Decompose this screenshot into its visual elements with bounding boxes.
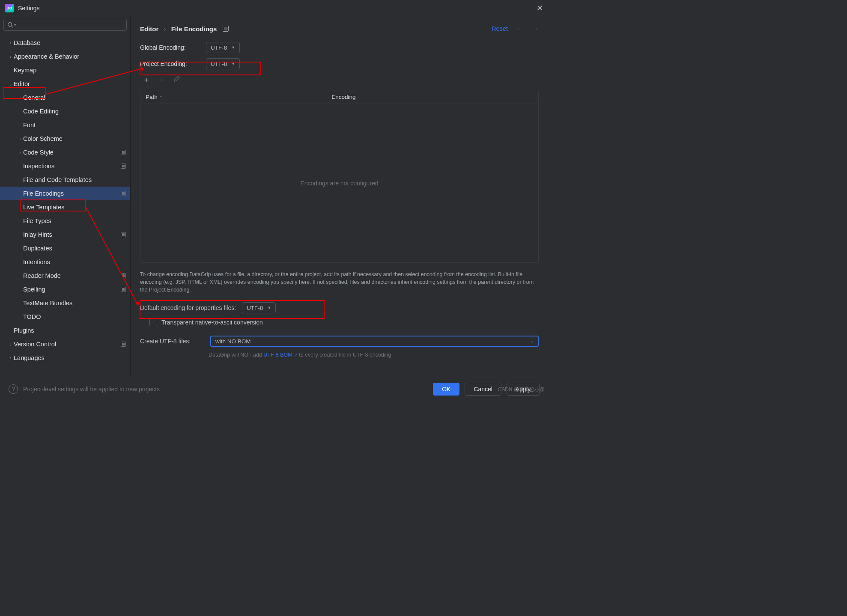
- bom-hint: DataGrip will NOT add UTF-8 BOM ↗ to eve…: [140, 352, 539, 358]
- ok-button[interactable]: OK: [433, 383, 459, 396]
- chevron-right-icon: ›: [17, 95, 23, 100]
- add-icon[interactable]: ＋: [143, 74, 150, 85]
- sidebar-item-editor[interactable]: ⌄Editor: [0, 77, 130, 91]
- sidebar-item-font[interactable]: ›Font: [0, 118, 130, 132]
- sidebar-item-label: General: [23, 94, 126, 101]
- breadcrumb-separator: ›: [164, 25, 166, 33]
- reset-link[interactable]: Reset: [492, 25, 508, 32]
- breadcrumb-root[interactable]: Editor: [140, 25, 158, 33]
- sidebar-item-label: Keymap: [14, 67, 126, 74]
- edit-icon: [173, 75, 180, 84]
- project-encoding-value: UTF-8: [211, 61, 227, 67]
- sidebar-item-color-scheme[interactable]: ›Color Scheme: [0, 132, 130, 146]
- global-encoding-row: Global Encoding: UTF-8 ▼: [140, 42, 539, 53]
- sidebar-item-label: Live Templates: [23, 204, 126, 211]
- sidebar-item-label: Inspections: [23, 163, 121, 170]
- project-level-icon: [121, 232, 126, 237]
- sidebar-item-label: Code Style: [23, 149, 121, 156]
- sidebar-item-languages[interactable]: ›Languages: [0, 351, 130, 365]
- sidebar-item-label: Reader Mode: [23, 272, 121, 279]
- transparent-ascii-label: Transparent native-to-ascii conversion: [161, 319, 263, 326]
- close-icon[interactable]: ✕: [537, 3, 543, 13]
- sidebar-item-label: TODO: [23, 313, 126, 320]
- properties-encoding-dropdown[interactable]: UTF-8 ▼: [242, 302, 276, 313]
- title-bar: DG Settings ✕: [0, 0, 548, 16]
- scheme-box-icon: [223, 26, 229, 32]
- sidebar-item-reader-mode[interactable]: ›Reader Mode: [0, 269, 130, 283]
- column-path[interactable]: Path ^: [140, 90, 326, 104]
- sidebar-item-plugins[interactable]: ›Plugins: [0, 324, 130, 337]
- sidebar-item-textmate-bundles[interactable]: ›TextMate Bundles: [0, 296, 130, 310]
- global-encoding-label: Global Encoding:: [140, 44, 200, 51]
- project-encoding-dropdown[interactable]: UTF-8 ▼: [206, 58, 240, 69]
- sidebar-item-file-and-code-templates[interactable]: ›File and Code Templates: [0, 173, 130, 187]
- settings-tree[interactable]: ›Database›Appearance & Behavior›Keymap⌄E…: [0, 33, 130, 377]
- chevron-right-icon: ›: [8, 342, 14, 347]
- project-level-icon: [121, 287, 126, 292]
- sidebar-item-database[interactable]: ›Database: [0, 36, 130, 50]
- sidebar-item-label: File Types: [23, 217, 126, 224]
- footer-note: Project-level settings will be applied t…: [23, 386, 160, 393]
- sidebar-item-label: Spelling: [23, 286, 121, 293]
- sidebar-item-label: Font: [23, 122, 126, 128]
- cancel-button[interactable]: Cancel: [465, 383, 501, 396]
- sidebar-item-inlay-hints[interactable]: ›Inlay Hints: [0, 228, 130, 241]
- sidebar-item-label: Editor: [14, 80, 126, 87]
- app-icon: DG: [5, 4, 14, 12]
- back-arrow-icon[interactable]: ←: [516, 24, 523, 33]
- sidebar-item-label: TextMate Bundles: [23, 300, 126, 307]
- transparent-ascii-row[interactable]: Transparent native-to-ascii conversion: [140, 318, 539, 326]
- project-level-icon: [121, 164, 126, 169]
- create-utf8-label: Create UTF-8 files:: [140, 338, 204, 345]
- sidebar-item-intentions[interactable]: ›Intentions: [0, 255, 130, 269]
- sidebar-item-label: Inlay Hints: [23, 231, 121, 238]
- create-utf8-row: Create UTF-8 files: with NO BOM ⌄: [140, 336, 539, 347]
- sidebar-item-file-types[interactable]: ›File Types: [0, 214, 130, 228]
- properties-encoding-label: Default encoding for properties files:: [140, 304, 236, 311]
- sidebar-item-live-templates[interactable]: ›Live Templates: [0, 200, 130, 214]
- project-level-icon: [121, 150, 126, 155]
- chevron-right-icon: ›: [8, 54, 14, 59]
- sidebar-item-spelling[interactable]: ›Spelling: [0, 283, 130, 296]
- sidebar-item-label: File Encodings: [23, 190, 121, 197]
- search-input[interactable]: [19, 21, 123, 28]
- column-encoding[interactable]: Encoding: [326, 90, 538, 104]
- sort-asc-icon: ^: [160, 95, 162, 99]
- sidebar-item-file-encodings[interactable]: ›File Encodings: [0, 187, 130, 200]
- chevron-right-icon: ›: [8, 356, 14, 360]
- help-icon[interactable]: ?: [9, 384, 18, 394]
- create-utf8-value: with NO BOM: [215, 338, 251, 345]
- utf8-bom-link[interactable]: UTF-8 BOM: [263, 352, 292, 358]
- encodings-table: Path ^ Encoding Encodings are not config…: [140, 90, 539, 263]
- sidebar-item-inspections[interactable]: ›Inspections: [0, 159, 130, 173]
- sidebar-item-appearance-behavior[interactable]: ›Appearance & Behavior: [0, 50, 130, 63]
- global-encoding-dropdown[interactable]: UTF-8 ▼: [206, 42, 240, 53]
- main-panel: Editor › File Encodings Reset ← → Global…: [131, 16, 548, 377]
- sidebar-item-label: Version Control: [14, 341, 121, 348]
- breadcrumb-leaf: File Encodings: [171, 25, 217, 33]
- create-utf8-dropdown[interactable]: with NO BOM ⌄: [210, 336, 539, 347]
- sidebar-item-todo[interactable]: ›TODO: [0, 310, 130, 324]
- global-encoding-value: UTF-8: [211, 45, 227, 51]
- chevron-right-icon: ›: [8, 41, 14, 45]
- sidebar-item-general[interactable]: ›General: [0, 91, 130, 104]
- project-encoding-row: Project Encoding: UTF-8 ▼: [140, 58, 539, 69]
- remove-icon: －: [158, 74, 166, 85]
- chevron-down-icon: ⌄: [8, 82, 14, 86]
- sidebar-item-label: Plugins: [14, 327, 126, 334]
- sidebar-item-version-control[interactable]: ›Version Control: [0, 337, 130, 351]
- transparent-ascii-checkbox[interactable]: [149, 318, 157, 326]
- search-input-wrap[interactable]: ▾: [3, 19, 127, 31]
- sidebar-item-code-editing[interactable]: ›Code Editing: [0, 104, 130, 118]
- sidebar-item-code-style[interactable]: ›Code Style: [0, 146, 130, 159]
- sidebar-item-duplicates[interactable]: ›Duplicates: [0, 241, 130, 255]
- sidebar-item-label: File and Code Templates: [23, 176, 126, 183]
- sidebar-item-label: Code Editing: [23, 108, 126, 115]
- chevron-down-icon: ▼: [267, 306, 271, 310]
- chevron-down-icon: ▼: [231, 62, 235, 66]
- sidebar-item-keymap[interactable]: ›Keymap: [0, 63, 130, 77]
- search-options-icon[interactable]: ▾: [14, 23, 16, 27]
- watermark: CSDN @李英哲小课: [498, 386, 545, 393]
- dialog-footer: ? Project-level settings will be applied…: [0, 377, 548, 401]
- table-empty-state: Encodings are not configured: [140, 104, 538, 262]
